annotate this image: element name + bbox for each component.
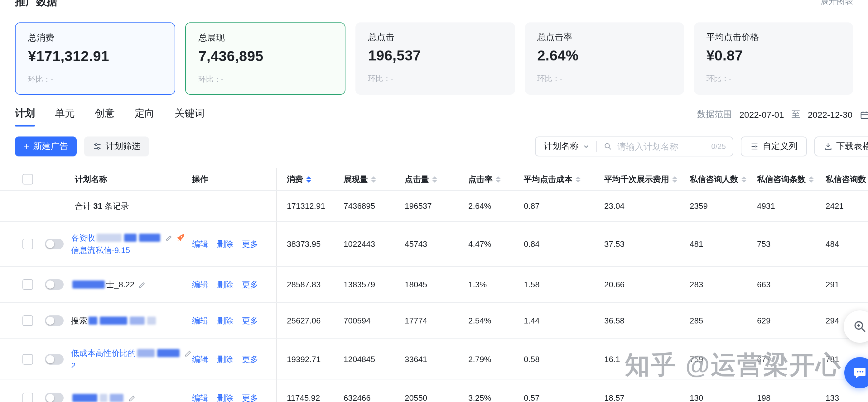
delete-link[interactable]: 删除 <box>217 279 233 290</box>
edit-link[interactable]: 编辑 <box>192 279 208 290</box>
plans-table: 计划名称 操作 消费 展现量 点击量 点击率 平均点击成本 平均千次展示费用 私… <box>0 168 868 402</box>
row-checkbox[interactable] <box>22 315 33 326</box>
tab-keywords[interactable]: 关键词 <box>175 107 205 127</box>
cell-clicks: 33641 <box>395 355 458 364</box>
header-ctr[interactable]: 点击率 <box>458 174 514 185</box>
sort-icon[interactable] <box>809 176 814 182</box>
stat-card-avg-cpc[interactable]: 平均点击价格 ¥0.87 环比：- <box>694 23 853 95</box>
cell-dm-users: 285 <box>680 316 747 325</box>
header-avg-cpc[interactable]: 平均点击成本 <box>514 174 594 185</box>
search-type-dropdown[interactable]: 计划名称 <box>536 141 596 152</box>
stat-value: 196,537 <box>368 47 502 64</box>
header-dm-users[interactable]: 私信咨询人数 <box>680 174 747 185</box>
sort-icon[interactable] <box>576 176 581 182</box>
summary-avg-cpm: 23.04 <box>594 201 680 211</box>
calendar-icon[interactable] <box>860 110 868 119</box>
row-checkbox[interactable] <box>22 354 33 365</box>
summary-ctr: 2.64% <box>458 201 514 211</box>
delete-link[interactable]: 删除 <box>217 392 233 402</box>
cell-clicks: 45743 <box>395 239 458 249</box>
edit-pencil-icon[interactable] <box>138 281 146 288</box>
delete-link[interactable]: 删除 <box>217 354 233 365</box>
cell-avg-cpc: 0.84 <box>514 239 594 249</box>
chat-bubble-icon <box>852 365 867 380</box>
select-all-checkbox[interactable] <box>22 174 33 185</box>
customize-columns-button[interactable]: 自定义列 <box>741 136 807 157</box>
cell-consume: 25627.06 <box>277 316 334 325</box>
plan-filter-button[interactable]: 计划筛选 <box>85 136 149 157</box>
more-link[interactable]: 更多 <box>242 279 258 290</box>
stat-card-total-impressions[interactable]: 总展现 7,436,895 环比：- <box>185 23 345 95</box>
summary-clicks: 196537 <box>395 201 458 211</box>
plus-icon: + <box>24 141 30 151</box>
plan-name-link[interactable]: 士_8.22 <box>71 278 146 291</box>
status-toggle[interactable] <box>45 393 64 402</box>
status-toggle[interactable] <box>45 315 64 326</box>
header-impressions[interactable]: 展现量 <box>334 174 395 185</box>
plan-name-link[interactable]: 搜索 <box>71 314 157 327</box>
edit-pencil-icon[interactable] <box>128 394 136 402</box>
blurred-text <box>100 316 127 325</box>
expand-chart-link[interactable]: 展开图表 <box>820 0 853 7</box>
table-row: 低成本高性价比的 2 编辑 删除 更多 19392.71 1204845 336… <box>0 339 868 380</box>
sort-icon[interactable] <box>371 176 376 182</box>
delete-link[interactable]: 删除 <box>217 238 233 249</box>
date-range: 数据范围 2022-07-01 至 2022-12-30 <box>697 109 868 120</box>
stat-card-total-clicks[interactable]: 总点击 196,537 环比：- <box>356 23 515 95</box>
sort-icon[interactable] <box>672 176 677 182</box>
plan-search-input[interactable] <box>616 141 695 152</box>
sort-icon[interactable] <box>496 176 501 182</box>
row-checkbox[interactable] <box>22 393 33 402</box>
more-link[interactable]: 更多 <box>242 354 258 365</box>
cell-dm-users: 481 <box>680 239 747 249</box>
status-toggle[interactable] <box>45 279 64 290</box>
date-to-label: 至 <box>792 109 800 120</box>
more-link[interactable]: 更多 <box>242 238 258 249</box>
tab-unit[interactable]: 单元 <box>55 107 75 127</box>
edit-link[interactable]: 编辑 <box>192 315 208 326</box>
row-check-cell <box>15 315 40 326</box>
header-dm-messages[interactable]: 私信咨询条数 <box>747 174 816 185</box>
tab-targeting[interactable]: 定向 <box>135 107 155 127</box>
edit-pencil-icon[interactable] <box>165 234 173 241</box>
plan-name-cell: 客资收 信息流私信-9.15 <box>40 232 177 257</box>
header-dm-count[interactable]: 私信咨询数 <box>816 174 868 185</box>
cell-dm-users: 759 <box>680 355 747 364</box>
blurred-text <box>130 316 145 325</box>
blurred-text <box>139 234 160 242</box>
more-link[interactable]: 更多 <box>242 315 258 326</box>
stat-card-ctr[interactable]: 总点击率 2.64% 环比：- <box>525 23 684 95</box>
new-ad-button[interactable]: + 新建广告 <box>15 136 77 157</box>
tabs-row: 计划 单元 创意 定向 关键词 数据范围 2022-07-01 至 2022-1… <box>15 107 853 127</box>
cell-dm-count: 133 <box>816 393 868 402</box>
cell-dm-messages: 677 <box>747 355 816 364</box>
download-table-button[interactable]: 下载表格 <box>814 136 868 157</box>
date-end[interactable]: 2022-12-30 <box>808 110 852 120</box>
header-clicks[interactable]: 点击量 <box>395 174 458 185</box>
status-toggle[interactable] <box>45 354 64 365</box>
cell-consume: 28587.83 <box>277 280 334 289</box>
plan-name-link[interactable]: 低成本高性价比的 2 <box>71 347 192 372</box>
header-avg-cpm[interactable]: 平均千次展示费用 <box>594 174 680 185</box>
edit-link[interactable]: 编辑 <box>192 238 208 249</box>
sort-icon[interactable] <box>741 176 746 182</box>
edit-link[interactable]: 编辑 <box>192 392 208 402</box>
stat-card-total-cost[interactable]: 总消费 ¥171,312.91 环比：- <box>15 23 175 95</box>
delete-link[interactable]: 删除 <box>217 315 233 326</box>
plan-name-link[interactable]: 客资收 信息流私信-9.15 <box>71 232 185 257</box>
cell-avg-cpm: 20.66 <box>594 280 680 289</box>
more-link[interactable]: 更多 <box>242 392 258 402</box>
status-toggle[interactable] <box>45 239 64 249</box>
sort-icon[interactable] <box>432 176 437 182</box>
tab-plan[interactable]: 计划 <box>15 107 35 127</box>
tab-creative[interactable]: 创意 <box>95 107 115 127</box>
date-start[interactable]: 2022-07-01 <box>740 110 784 120</box>
row-checkbox[interactable] <box>22 279 33 290</box>
sort-icon[interactable] <box>306 176 311 182</box>
header-consume[interactable]: 消费 <box>277 174 334 185</box>
plan-name-link[interactable] <box>71 394 136 402</box>
edit-link[interactable]: 编辑 <box>192 354 208 365</box>
customize-columns-label: 自定义列 <box>763 141 798 152</box>
row-checkbox[interactable] <box>22 239 33 249</box>
select-all-cell <box>15 174 40 185</box>
